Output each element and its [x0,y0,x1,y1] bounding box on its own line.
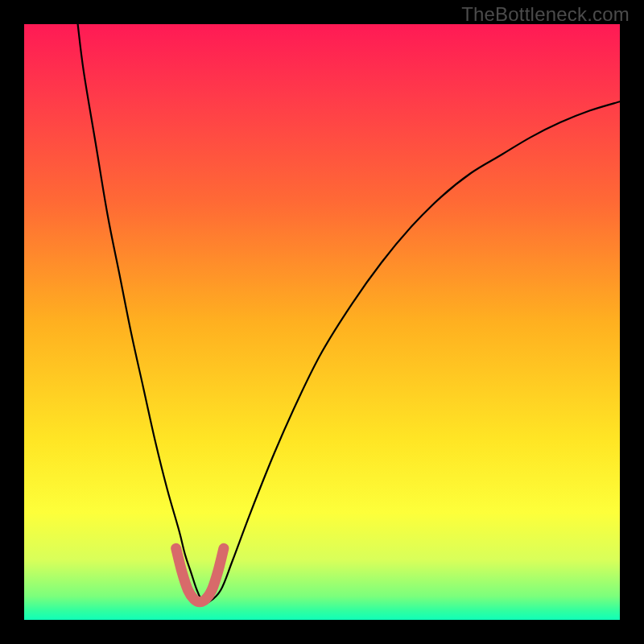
plot-area [24,24,620,620]
chart-frame: TheBottleneck.com [0,0,644,644]
plot-svg [24,24,620,620]
gradient-background [24,24,620,620]
watermark-text: TheBottleneck.com [461,3,630,26]
